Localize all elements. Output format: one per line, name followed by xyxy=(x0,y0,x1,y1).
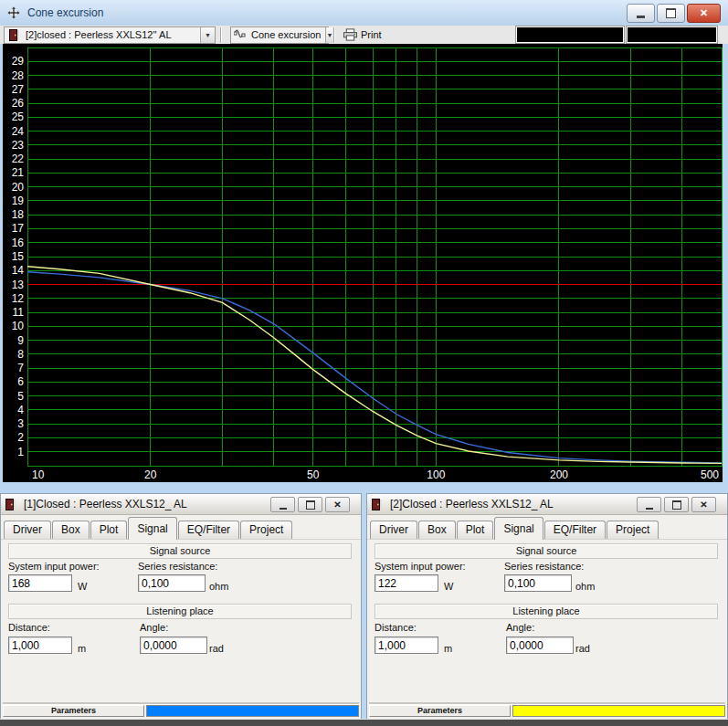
series-resistance-field[interactable] xyxy=(138,574,206,592)
project-selector[interactable]: [2]closed : Peerless XXLS12'' AL ▼ xyxy=(4,26,216,44)
y-tick-label: 14 xyxy=(12,264,25,277)
tab-box[interactable]: Box xyxy=(52,521,90,539)
close-icon: ✕ xyxy=(333,500,341,510)
close-button[interactable]: ✕ xyxy=(687,4,721,23)
y-tick-label: 15 xyxy=(12,250,25,263)
y-tick-label: 28 xyxy=(12,69,25,82)
plot-type-value: Cone excursion xyxy=(247,29,325,40)
y-tick-label: 9 xyxy=(17,334,24,347)
series-resistance-field[interactable] xyxy=(504,574,572,592)
field-label: System input power: xyxy=(8,561,100,572)
tab-bar: Driver Box Plot Signal EQ/Filter Project xyxy=(1,515,361,540)
tab-plot[interactable]: Plot xyxy=(457,521,494,539)
y-tick-label: 16 xyxy=(12,237,25,249)
tab-box[interactable]: Box xyxy=(418,521,456,539)
restore-button[interactable] xyxy=(298,497,322,512)
child-window-title: [2]Closed : Peerless XXLS12_ AL xyxy=(390,498,554,510)
project-window-1: [1]Closed : Peerless XXLS12_ AL ✕ Driver… xyxy=(0,493,362,720)
minimize-icon xyxy=(280,508,287,510)
system-input-power-field[interactable] xyxy=(8,574,72,592)
y-tick-label: 24 xyxy=(12,125,25,138)
tab-signal[interactable]: Signal xyxy=(494,517,543,540)
tab-project[interactable]: Project xyxy=(240,521,292,539)
door-icon[interactable] xyxy=(4,498,17,511)
signal-tab-content: Signal source System input power: Series… xyxy=(367,540,727,704)
y-tick-label: 18 xyxy=(12,208,25,221)
maximize-button[interactable] xyxy=(657,4,685,23)
distance-field[interactable] xyxy=(375,637,438,654)
y-tick-label: 11 xyxy=(13,306,25,319)
parameters-button[interactable]: Parameters xyxy=(369,705,511,717)
y-tick-label: 20 xyxy=(12,181,25,194)
y-tick-label: 19 xyxy=(12,195,25,207)
tab-plot[interactable]: Plot xyxy=(90,521,128,539)
toolbar-separator xyxy=(220,27,222,43)
system-input-power-field[interactable] xyxy=(375,574,438,592)
angle-field[interactable] xyxy=(506,637,574,654)
window-title: Cone excursion xyxy=(27,6,103,19)
unit-label: W xyxy=(78,581,87,592)
restore-icon xyxy=(672,500,681,510)
printer-icon xyxy=(343,28,357,42)
unit-label: m xyxy=(444,643,452,654)
field-label: Series resistance: xyxy=(138,561,217,572)
close-icon: ✕ xyxy=(700,500,707,510)
plot-color-swatch[interactable] xyxy=(512,705,725,717)
status-bar: Parameters xyxy=(3,704,359,717)
print-button[interactable]: Print xyxy=(340,27,385,43)
minimize-icon xyxy=(646,508,653,510)
status-bar: Parameters xyxy=(369,704,725,717)
angle-field[interactable] xyxy=(140,637,207,654)
listening-place-header: Listening place xyxy=(8,604,352,619)
y-tick-label: 21 xyxy=(12,166,25,179)
unit-label: rad xyxy=(575,643,590,654)
plot-type-dropdown-icon[interactable]: ▼ xyxy=(325,27,332,43)
plot-crosshair-icon[interactable] xyxy=(6,6,20,20)
legend-panel-2 xyxy=(627,26,717,43)
minimize-button[interactable] xyxy=(270,497,295,512)
child-titlebar: [2]Closed : Peerless XXLS12_ AL ✕ xyxy=(367,494,727,515)
field-label: Angle: xyxy=(506,622,534,633)
child-window-title: [1]Closed : Peerless XXLS12_ AL xyxy=(24,498,187,510)
unit-label: W xyxy=(444,581,453,592)
y-tick-label: 3 xyxy=(17,417,24,430)
close-button[interactable]: ✕ xyxy=(325,497,350,512)
door-icon[interactable] xyxy=(370,498,384,511)
restore-button[interactable] xyxy=(664,497,689,512)
legend-panel-1 xyxy=(516,26,624,43)
tab-bar: Driver Box Plot Signal EQ/Filter Project xyxy=(367,515,727,540)
tab-signal[interactable]: Signal xyxy=(128,517,176,540)
cone-excursion-app: Cone excursion ✕ [2]closed : Peerless XX… xyxy=(0,0,728,726)
distance-field[interactable] xyxy=(8,637,72,654)
waveform-icon xyxy=(234,28,247,42)
y-tick-label: 7 xyxy=(17,362,24,374)
plot-type-selector[interactable]: Cone excursion ▼ xyxy=(230,26,329,44)
tab-project[interactable]: Project xyxy=(607,521,659,539)
tab-driver[interactable]: Driver xyxy=(4,521,51,539)
print-label: Print xyxy=(361,29,382,40)
tab-eq-filter[interactable]: EQ/Filter xyxy=(178,521,239,539)
series-curve-2 xyxy=(27,267,722,464)
plot-color-swatch[interactable] xyxy=(146,705,359,717)
project-selector-dropdown-icon[interactable]: ▼ xyxy=(200,27,215,43)
tab-eq-filter[interactable]: EQ/Filter xyxy=(544,521,606,539)
x-tick-label: 20 xyxy=(144,468,157,481)
minimize-button[interactable] xyxy=(637,497,661,512)
y-tick-label: 12 xyxy=(12,292,25,305)
parameters-button[interactable]: Parameters xyxy=(3,705,144,717)
unit-label: ohm xyxy=(575,581,595,592)
restore-icon xyxy=(306,500,315,510)
door-icon xyxy=(7,28,21,42)
minimize-button[interactable] xyxy=(627,4,655,23)
main-titlebar: Cone excursion ✕ xyxy=(0,0,728,26)
x-tick-label: 100 xyxy=(427,468,445,481)
y-tick-label: 26 xyxy=(12,97,25,110)
field-label: Angle: xyxy=(140,622,168,633)
series-curve-1 xyxy=(27,272,722,463)
signal-source-header: Signal source xyxy=(8,543,352,559)
cone-excursion-plot: 1234567891011121314151617181920212223242… xyxy=(0,44,728,482)
minimize-icon xyxy=(637,16,645,18)
project-window-2: [2]Closed : Peerless XXLS12_ AL ✕ Driver… xyxy=(366,493,728,720)
close-button[interactable]: ✕ xyxy=(691,497,716,512)
tab-driver[interactable]: Driver xyxy=(370,521,417,539)
